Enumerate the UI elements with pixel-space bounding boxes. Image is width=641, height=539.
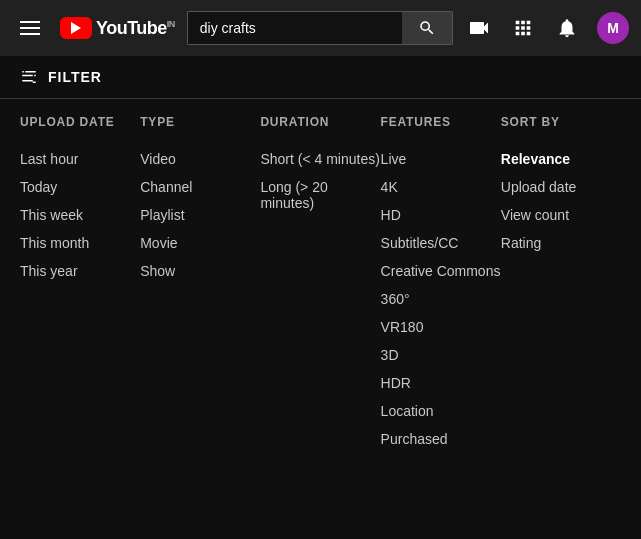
youtube-logo[interactable]: YouTubeIN: [60, 17, 175, 39]
upload-date-column: UPLOAD DATE Last hour Today This week Th…: [20, 115, 140, 453]
search-input[interactable]: [187, 11, 402, 45]
sort-by-header: SORT BY: [501, 115, 621, 129]
type-header: TYPE: [140, 115, 260, 129]
filter-today[interactable]: Today: [20, 173, 140, 201]
filter-hd[interactable]: HD: [381, 201, 501, 229]
search-bar: [187, 11, 453, 45]
filter-icon-area: [20, 68, 38, 86]
duration-column: DURATION Short (< 4 minutes) Long (> 20 …: [260, 115, 380, 453]
filter-channel[interactable]: Channel: [140, 173, 260, 201]
apps-icon[interactable]: [509, 14, 537, 42]
filter-relevance[interactable]: Relevance: [501, 145, 621, 173]
youtube-text: YouTubeIN: [96, 18, 175, 39]
filter-rating[interactable]: Rating: [501, 229, 621, 257]
filter-long[interactable]: Long (> 20 minutes): [260, 173, 380, 217]
bell-icon: [556, 17, 578, 39]
features-column: FEATURES Live 4K HD Subtitles/CC Creativ…: [381, 115, 501, 453]
youtube-country: IN: [167, 19, 175, 29]
header: YouTubeIN M: [0, 0, 641, 56]
header-right: M: [465, 12, 629, 44]
filter-show[interactable]: Show: [140, 257, 260, 285]
filter-this-week[interactable]: This week: [20, 201, 140, 229]
filter-section: UPLOAD DATE Last hour Today This week Th…: [0, 99, 641, 469]
filter-hdr[interactable]: HDR: [381, 369, 501, 397]
filter-video[interactable]: Video: [140, 145, 260, 173]
filter-this-year[interactable]: This year: [20, 257, 140, 285]
filter-4k[interactable]: 4K: [381, 173, 501, 201]
sort-by-column: SORT BY Relevance Upload date View count…: [501, 115, 621, 453]
youtube-play-icon: [60, 17, 92, 39]
filter-360[interactable]: 360°: [381, 285, 501, 313]
video-camera-icon: [467, 16, 491, 40]
filter-creative-commons[interactable]: Creative Commons: [381, 257, 501, 285]
filter-movie[interactable]: Movie: [140, 229, 260, 257]
filter-upload-date[interactable]: Upload date: [501, 173, 621, 201]
filter-subtitles[interactable]: Subtitles/CC: [381, 229, 501, 257]
filter-label: FILTER: [48, 69, 102, 85]
filter-row: FILTER: [0, 56, 641, 99]
search-icon: [418, 19, 436, 37]
hamburger-menu[interactable]: [12, 13, 48, 43]
notifications-icon[interactable]: [553, 14, 581, 42]
filter-icon: [20, 68, 38, 86]
search-button[interactable]: [402, 11, 453, 45]
header-left: YouTubeIN: [12, 13, 175, 43]
filter-3d[interactable]: 3D: [381, 341, 501, 369]
filter-live[interactable]: Live: [381, 145, 501, 173]
filter-playlist[interactable]: Playlist: [140, 201, 260, 229]
filter-location[interactable]: Location: [381, 397, 501, 425]
features-header: FEATURES: [381, 115, 501, 129]
type-column: TYPE Video Channel Playlist Movie Show: [140, 115, 260, 453]
filter-last-hour[interactable]: Last hour: [20, 145, 140, 173]
filter-short[interactable]: Short (< 4 minutes): [260, 145, 380, 173]
filter-this-month[interactable]: This month: [20, 229, 140, 257]
create-video-icon[interactable]: [465, 14, 493, 42]
filter-vr180[interactable]: VR180: [381, 313, 501, 341]
avatar[interactable]: M: [597, 12, 629, 44]
grid-icon: [512, 17, 534, 39]
filter-view-count[interactable]: View count: [501, 201, 621, 229]
upload-date-header: UPLOAD DATE: [20, 115, 140, 129]
filter-purchased[interactable]: Purchased: [381, 425, 501, 453]
duration-header: DURATION: [260, 115, 380, 129]
